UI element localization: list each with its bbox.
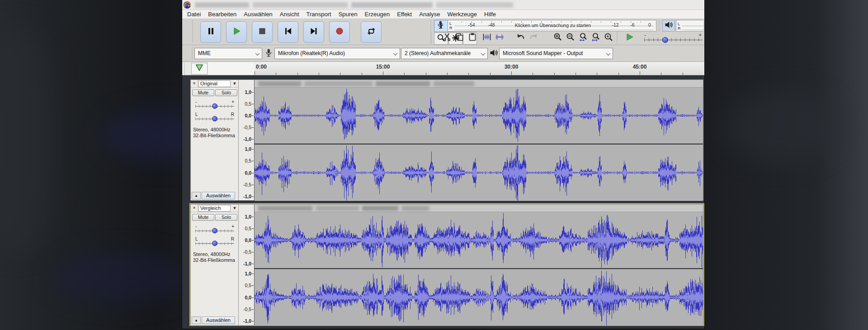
menu-item-effekt[interactable]: Effekt xyxy=(393,10,415,18)
vertical-scale-ruler[interactable]: 1,00,50,0-0,5-1,01,00,50,0-0,5-1,0 xyxy=(239,80,255,200)
playback-device-select[interactable]: Microsoft Sound Mapper - Output xyxy=(499,48,613,59)
timeline-grip[interactable] xyxy=(184,63,186,74)
recording-device-select[interactable]: Mikrofon (Realtek(R) Audio) xyxy=(274,48,400,59)
meter-scale-tick: -12 xyxy=(612,22,618,28)
pan-slider[interactable]: LR xyxy=(195,112,234,122)
play-speed-slider[interactable]: - + xyxy=(643,32,703,44)
record-button[interactable] xyxy=(329,21,350,43)
scale-label: -1,0 xyxy=(243,261,251,266)
close-track-button[interactable]: × xyxy=(191,205,198,212)
channel-divider[interactable] xyxy=(255,144,703,144)
recording-meter-mic-icon[interactable] xyxy=(434,20,446,32)
track-menu-dropdown-icon[interactable]: ▼ xyxy=(231,81,238,86)
scale-label: 0,0 xyxy=(245,237,251,243)
recording-meter[interactable]: L R Klicken um Überwachung zu starten -5… xyxy=(448,20,656,32)
menu-item-spuren[interactable]: Spuren xyxy=(335,10,361,18)
track-control-panel: ×Original▼MuteSolo-+LRStereo, 48000Hz32-… xyxy=(191,80,239,200)
playback-meter-speaker-icon[interactable] xyxy=(662,20,675,32)
zoom-out-button[interactable] xyxy=(565,32,576,44)
copy-button[interactable] xyxy=(454,32,466,44)
timeline-play-pin-button[interactable] xyxy=(191,63,208,74)
trim-audio-button[interactable] xyxy=(481,32,493,44)
menu-item-bearbeiten[interactable]: Bearbeiten xyxy=(204,10,240,18)
silence-audio-button[interactable] xyxy=(494,32,505,44)
select-track-button[interactable]: Auswählen xyxy=(202,316,235,324)
waveform-area[interactable] xyxy=(255,80,703,200)
scale-label: -1,0 xyxy=(243,318,251,324)
gain-slider[interactable]: -+ xyxy=(195,100,234,110)
loop-button[interactable] xyxy=(361,21,382,43)
track-vergleich: ×Vergleich▼MuteSolo-+LRStereo, 48000Hz32… xyxy=(190,204,703,325)
gain-slider-thumb[interactable] xyxy=(212,103,217,109)
clip-title-bar-censored[interactable] xyxy=(255,205,703,212)
record-icon xyxy=(335,27,344,37)
waveform-channel-right[interactable] xyxy=(255,269,703,325)
pause-button[interactable] xyxy=(200,21,221,43)
window-title-bar[interactable] xyxy=(182,0,704,10)
paste-button[interactable] xyxy=(467,32,478,44)
recording-channels-select[interactable]: 2 (Stereo) Aufnahmekanäle xyxy=(401,48,488,59)
skip-end-button[interactable] xyxy=(303,21,324,43)
close-track-button[interactable]: × xyxy=(191,80,198,87)
menu-item-ansicht[interactable]: Ansicht xyxy=(276,10,303,18)
playback-meter-grip[interactable] xyxy=(658,20,661,31)
zoom-in-button[interactable] xyxy=(552,32,564,44)
timeline-ruler[interactable]: 0:0015:0030:0045:00 xyxy=(255,62,703,75)
cut-button[interactable] xyxy=(441,32,453,44)
collapse-track-button[interactable]: ▲ xyxy=(192,316,201,324)
select-track-button[interactable]: Auswählen xyxy=(202,192,235,200)
track-name[interactable]: Original xyxy=(198,80,231,87)
menu-item-analyse[interactable]: Analyse xyxy=(415,10,443,18)
solo-button[interactable]: Solo xyxy=(215,214,237,221)
skip-start-icon xyxy=(283,27,292,37)
pause-icon xyxy=(206,27,215,37)
play-button[interactable] xyxy=(226,21,247,43)
chevron-down-icon xyxy=(255,51,260,56)
waveform-area[interactable] xyxy=(255,205,703,325)
skip-end-icon xyxy=(309,27,318,37)
mute-button[interactable]: Mute xyxy=(192,214,214,221)
solo-button[interactable]: Solo xyxy=(215,89,237,96)
scale-label: 0,0 xyxy=(245,113,251,118)
playback-meter[interactable]: L R xyxy=(676,20,703,32)
audio-host-select[interactable]: MME xyxy=(194,48,262,59)
play-at-speed-grip[interactable] xyxy=(616,32,619,44)
track-name[interactable]: Vergleich xyxy=(198,205,231,212)
pan-slider[interactable]: LR xyxy=(195,237,234,247)
menu-item-erzeugen[interactable]: Erzeugen xyxy=(361,10,394,18)
device-toolbar-grip[interactable] xyxy=(191,47,194,59)
waveform-channel-right[interactable] xyxy=(255,144,703,201)
channel-divider[interactable] xyxy=(255,268,703,269)
scale-label: -1,0 xyxy=(243,194,251,199)
stop-button[interactable] xyxy=(252,21,273,43)
microphone-icon xyxy=(436,20,445,31)
menu-item-werkzeuge[interactable]: Werkzeuge xyxy=(444,10,481,18)
timeline-label: 15:00 xyxy=(376,64,390,70)
waveform-channel-left[interactable] xyxy=(255,88,703,144)
gain-slider-thumb[interactable] xyxy=(212,228,217,233)
vertical-scale-ruler[interactable]: 1,00,50,0-0,5-1,01,00,50,0-0,5-1,0 xyxy=(239,205,255,325)
transport-toolbar-grip[interactable] xyxy=(192,20,194,43)
waveform-channel-left[interactable] xyxy=(255,212,703,268)
clip-title-bar-censored[interactable] xyxy=(255,80,703,88)
collapse-track-button[interactable]: ▲ xyxy=(192,192,201,200)
edit-toolbar-grip[interactable] xyxy=(430,32,433,44)
mute-solo-row: MuteSolo xyxy=(192,214,237,221)
skip-start-button[interactable] xyxy=(278,21,298,43)
play-speed-slider-thumb[interactable] xyxy=(662,37,668,43)
menu-item-auswhlen[interactable]: Auswählen xyxy=(240,10,276,18)
track-menu-dropdown-icon[interactable]: ▼ xyxy=(231,206,238,210)
meter-monitor-message[interactable]: Klicken um Überwachung zu starten xyxy=(509,23,597,28)
mute-button[interactable]: Mute xyxy=(192,89,214,96)
pan-slider-thumb[interactable] xyxy=(212,116,217,121)
zoom-toggle-button[interactable] xyxy=(603,32,614,44)
undo-button[interactable] xyxy=(515,32,527,44)
gain-slider[interactable]: -+ xyxy=(195,224,234,234)
menu-item-datei[interactable]: Datei xyxy=(184,10,204,18)
zoom-selection-button[interactable] xyxy=(577,32,589,44)
play-at-speed-button[interactable] xyxy=(622,32,638,44)
menu-item-hilfe[interactable]: Hilfe xyxy=(481,10,500,18)
menu-item-transport[interactable]: Transport xyxy=(303,10,335,18)
zoom-project-button[interactable] xyxy=(590,32,602,44)
pan-slider-thumb[interactable] xyxy=(212,241,217,246)
